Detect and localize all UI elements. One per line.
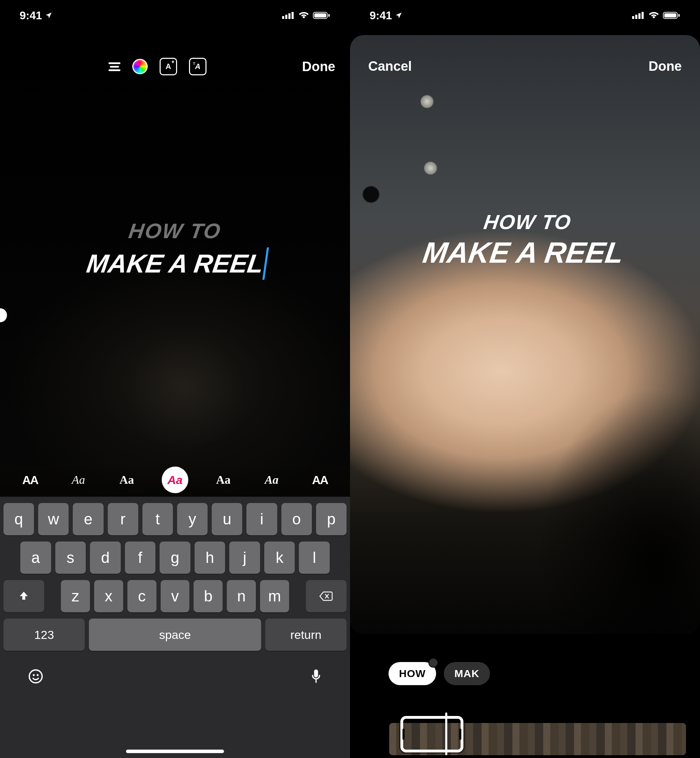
key-u[interactable]: u xyxy=(212,503,242,535)
svg-rect-12 xyxy=(635,15,638,19)
key-w[interactable]: w xyxy=(38,503,69,535)
font-option-0[interactable]: AA xyxy=(17,467,44,493)
svg-rect-6 xyxy=(328,14,330,17)
font-option-5[interactable]: Aa xyxy=(258,467,285,493)
key-t[interactable]: t xyxy=(142,503,173,535)
key-f[interactable]: f xyxy=(125,542,156,574)
location-arrow-icon xyxy=(395,11,403,19)
status-bar: 9:41 xyxy=(0,0,350,31)
key-row-1: q w e r t y u i o p xyxy=(3,503,347,535)
key-q[interactable]: q xyxy=(3,503,34,535)
status-time-text: 9:41 xyxy=(370,9,392,22)
timeline-playhead[interactable] xyxy=(445,713,447,755)
key-o[interactable]: o xyxy=(281,503,312,535)
emoji-icon[interactable] xyxy=(28,669,44,684)
key-return[interactable]: return xyxy=(265,619,347,651)
status-bar: 9:41 xyxy=(350,0,700,31)
key-a[interactable]: a xyxy=(20,542,51,574)
wifi-icon xyxy=(298,11,309,20)
text-overlay[interactable]: HOW TO MAKE A REEL xyxy=(0,219,350,279)
key-h[interactable]: h xyxy=(195,542,225,574)
key-row-2: a s d f g h j k l xyxy=(3,542,347,574)
font-option-6[interactable]: AA xyxy=(306,467,333,493)
status-time-text: 9:41 xyxy=(20,9,42,22)
key-space[interactable]: space xyxy=(89,619,261,651)
font-option-4[interactable]: Aa xyxy=(210,467,237,493)
key-row-4: 123 space return xyxy=(3,619,347,651)
key-x[interactable]: x xyxy=(94,580,123,612)
svg-point-9 xyxy=(37,674,39,677)
align-center-icon[interactable] xyxy=(108,61,120,73)
key-j[interactable]: j xyxy=(229,542,260,574)
key-shift[interactable] xyxy=(3,580,44,612)
svg-rect-3 xyxy=(292,12,294,19)
font-option-3-active[interactable]: Aa xyxy=(162,467,188,493)
wifi-icon xyxy=(648,11,659,20)
text-overlay[interactable]: HOW TO MAKE A REEL xyxy=(350,210,700,270)
done-button[interactable]: Done xyxy=(302,59,335,74)
key-e[interactable]: e xyxy=(73,503,103,535)
key-r[interactable]: r xyxy=(108,503,138,535)
timing-canvas: Cancel Done HOW TO MAKE A REEL HOW MAK xyxy=(350,35,700,758)
font-option-2[interactable]: Aa xyxy=(113,467,140,493)
key-m[interactable]: m xyxy=(260,580,289,612)
video-timeline[interactable] xyxy=(389,718,686,758)
key-row-3: z x c v b n m xyxy=(3,580,347,612)
photo-details xyxy=(350,35,700,634)
battery-icon xyxy=(313,11,330,20)
key-z[interactable]: z xyxy=(61,580,90,612)
font-option-1[interactable]: Aa xyxy=(65,467,92,493)
status-time: 9:41 xyxy=(370,9,403,22)
dictation-icon[interactable] xyxy=(310,668,322,685)
backspace-icon xyxy=(319,590,333,602)
text-animation-button[interactable]: A ✦ xyxy=(159,58,177,75)
sparkle-icon: ✦ xyxy=(171,60,175,64)
svg-rect-13 xyxy=(638,13,641,19)
ios-keyboard: q w e r t y u i o p a s d f g h j k l xyxy=(0,497,350,758)
screen-text-timing: 9:41 Cancel Done HOW TO MAKE A REEL HOW … xyxy=(350,0,700,758)
video-preview[interactable]: Cancel Done HOW TO MAKE A REEL xyxy=(350,35,700,634)
cancel-button[interactable]: Cancel xyxy=(368,59,412,74)
svg-rect-16 xyxy=(664,13,676,17)
cellular-icon xyxy=(282,11,295,20)
effects-btn-label: A xyxy=(195,62,200,71)
key-backspace[interactable] xyxy=(306,580,347,612)
svg-rect-1 xyxy=(285,15,288,19)
svg-rect-11 xyxy=(632,16,634,19)
color-picker-button[interactable] xyxy=(132,59,148,74)
text-effects-button[interactable]: = A xyxy=(189,58,206,75)
text-line-1: HOW TO xyxy=(0,219,350,243)
key-p[interactable]: p xyxy=(316,503,347,535)
key-g[interactable]: g xyxy=(159,542,191,574)
svg-point-8 xyxy=(33,674,35,677)
done-button[interactable]: Done xyxy=(648,59,682,74)
status-time: 9:41 xyxy=(20,9,53,22)
key-i[interactable]: i xyxy=(246,503,277,535)
key-k[interactable]: k xyxy=(264,542,295,574)
editor-canvas[interactable]: A ✦ = A Done HOW TO MAKE A REEL AA Aa Aa xyxy=(0,35,350,758)
svg-rect-17 xyxy=(678,14,680,17)
svg-point-7 xyxy=(30,670,42,683)
key-v[interactable]: v xyxy=(161,580,190,612)
status-indicators xyxy=(282,11,330,20)
key-d[interactable]: d xyxy=(90,542,121,574)
key-numbers[interactable]: 123 xyxy=(3,619,85,651)
svg-rect-5 xyxy=(314,13,326,17)
equals-icon: = xyxy=(193,61,195,66)
timeline-selection-handles[interactable] xyxy=(400,716,463,752)
key-y[interactable]: y xyxy=(177,503,208,535)
text-clip-make[interactable]: MAK xyxy=(444,662,490,685)
location-arrow-icon xyxy=(45,11,53,19)
font-style-picker[interactable]: AA Aa Aa Aa Aa Aa AA xyxy=(0,463,350,497)
key-s[interactable]: s xyxy=(55,542,86,574)
text-line-1: HOW TO xyxy=(351,210,700,233)
key-c[interactable]: c xyxy=(127,580,156,612)
key-b[interactable]: b xyxy=(194,580,223,612)
battery-icon xyxy=(663,11,680,20)
home-indicator[interactable] xyxy=(126,750,224,753)
svg-rect-14 xyxy=(642,12,644,19)
text-clip-how-selected[interactable]: HOW xyxy=(389,662,436,685)
key-l[interactable]: l xyxy=(299,542,330,574)
text-toolbar: A ✦ = A Done xyxy=(0,55,350,78)
key-n[interactable]: n xyxy=(227,580,256,612)
